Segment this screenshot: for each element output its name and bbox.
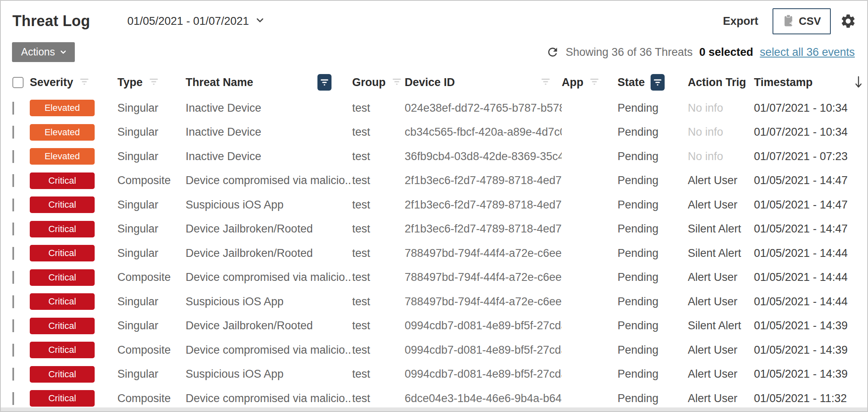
filter-icon[interactable] — [391, 76, 402, 89]
type-cell: Singular — [117, 126, 186, 139]
severity-badge: Critical — [30, 221, 95, 237]
date-range-selector[interactable]: 01/05/2021 - 01/07/2021 — [127, 15, 265, 28]
severity-badge: Elevated — [30, 148, 95, 165]
filter-active-icon[interactable] — [651, 74, 665, 91]
device-id-cell: 2f1b3ec6-f2d7-4789-8718-4ed7f.. — [405, 199, 562, 211]
row-checkbox[interactable] — [12, 271, 14, 284]
column-header-action-triggered[interactable]: Action Trig — [688, 76, 754, 89]
column-header-app[interactable]: App — [562, 76, 618, 89]
bottom-edge-strip — [1, 407, 867, 411]
column-header-timestamp[interactable]: Timestamp — [754, 76, 853, 89]
table-row[interactable]: Critical Composite Device compromised vi… — [1, 338, 867, 362]
table-body: Elevated Singular Inactive Device test 0… — [1, 96, 867, 407]
table-row[interactable]: Elevated Singular Inactive Device test 3… — [1, 144, 867, 169]
row-checkbox[interactable] — [12, 247, 14, 260]
column-header-group[interactable]: Group — [352, 76, 405, 89]
state-cell: Pending — [618, 368, 688, 381]
date-range-value: 01/05/2021 - 01/07/2021 — [127, 15, 249, 28]
row-checkbox[interactable] — [12, 223, 14, 235]
timestamp-cell: 01/05/2021 - 14:39 — [754, 344, 853, 357]
table-row[interactable]: Critical Composite Device compromised vi… — [1, 266, 867, 290]
top-bar: Threat Log 01/05/2021 - 01/07/2021 Expor… — [1, 7, 867, 35]
column-header-threat-name[interactable]: Threat Name — [186, 74, 352, 91]
actions-button[interactable]: Actions — [12, 42, 75, 62]
severity-badge: Critical — [30, 366, 95, 383]
row-checkbox[interactable] — [12, 102, 14, 115]
table-row[interactable]: Elevated Singular Inactive Device test 0… — [1, 96, 867, 120]
selected-count-text: 0 selected — [699, 46, 754, 59]
threat-name-cell: Device Jailbroken/Rooted — [186, 319, 352, 332]
table-row[interactable]: Critical Singular Suspicious iOS App tes… — [1, 362, 867, 387]
row-checkbox[interactable] — [12, 319, 14, 332]
row-checkbox[interactable] — [12, 368, 14, 381]
select-all-checkbox[interactable] — [12, 77, 24, 88]
column-header-type[interactable]: Type — [117, 76, 186, 89]
actions-button-label: Actions — [21, 46, 55, 58]
row-checkbox[interactable] — [12, 126, 14, 139]
export-label: Export — [723, 15, 758, 28]
threat-name-cell: Inactive Device — [186, 102, 352, 115]
state-cell: Pending — [618, 199, 688, 211]
page-title: Threat Log — [12, 12, 90, 30]
group-cell: test — [352, 271, 405, 284]
device-id-cell: 36fb9cb4-03d8-42de-8369-35c4.. — [405, 150, 562, 163]
refresh-icon[interactable] — [546, 46, 559, 59]
group-cell: test — [352, 199, 405, 211]
type-cell: Singular — [117, 319, 186, 332]
timestamp-cell: 01/05/2021 - 14:47 — [754, 223, 853, 235]
table-row[interactable]: Elevated Singular Inactive Device test c… — [1, 120, 867, 145]
action-triggered-cell: Alert User — [688, 344, 754, 357]
filter-icon[interactable] — [148, 76, 159, 89]
column-header-device-id[interactable]: Device ID — [405, 76, 562, 89]
action-triggered-cell: Alert User — [688, 271, 754, 284]
column-header-state[interactable]: State — [618, 74, 688, 91]
filter-active-icon[interactable] — [317, 74, 331, 91]
settings-gear-icon[interactable] — [840, 13, 856, 29]
state-cell: Pending — [618, 344, 688, 357]
select-all-link[interactable]: select all 36 events — [760, 46, 855, 59]
type-cell: Composite — [117, 174, 186, 187]
threat-name-cell: Inactive Device — [186, 150, 352, 163]
filter-icon[interactable] — [79, 76, 90, 89]
state-cell: Pending — [618, 319, 688, 332]
table-row[interactable]: Critical Singular Device Jailbroken/Root… — [1, 241, 867, 266]
severity-badge: Critical — [30, 390, 95, 407]
type-cell: Composite — [117, 392, 186, 405]
column-header-severity[interactable]: Severity — [30, 76, 117, 89]
group-cell: test — [352, 126, 405, 139]
group-cell: test — [352, 247, 405, 260]
table-row[interactable]: Critical Singular Suspicious iOS App tes… — [1, 193, 867, 217]
type-cell: Singular — [117, 368, 186, 381]
threat-name-cell: Inactive Device — [186, 126, 352, 139]
state-cell: Pending — [618, 271, 688, 284]
table-row[interactable]: Critical Singular Device Jailbroken/Root… — [1, 314, 867, 338]
table-row[interactable]: Critical Composite Device compromised vi… — [1, 169, 867, 193]
threat-name-cell: Suspicious iOS App — [186, 199, 352, 211]
sort-descending-icon[interactable] — [853, 75, 868, 89]
group-cell: test — [352, 392, 405, 405]
group-cell: test — [352, 150, 405, 163]
group-cell: test — [352, 344, 405, 357]
row-checkbox[interactable] — [12, 344, 14, 357]
table-row[interactable]: Critical Singular Device Jailbroken/Root… — [1, 217, 867, 242]
table-row[interactable]: Critical Singular Suspicious iOS App tes… — [1, 290, 867, 314]
row-checkbox[interactable] — [12, 174, 14, 187]
action-triggered-cell: Alert User — [688, 199, 754, 211]
threat-name-cell: Suspicious iOS App — [186, 368, 352, 381]
filter-icon[interactable] — [540, 76, 551, 89]
timestamp-cell: 01/07/2021 - 07:23 — [754, 150, 853, 163]
row-checkbox[interactable] — [12, 150, 14, 163]
row-checkbox[interactable] — [12, 199, 14, 211]
group-cell: test — [352, 223, 405, 235]
row-checkbox[interactable] — [12, 392, 14, 405]
row-checkbox[interactable] — [12, 295, 14, 308]
state-cell: Pending — [618, 150, 688, 163]
group-cell: test — [352, 295, 405, 308]
threat-log-page: Threat Log 01/05/2021 - 01/07/2021 Expor… — [0, 0, 868, 412]
table-row[interactable]: Critical Composite Device compromised vi… — [1, 386, 867, 407]
filter-icon[interactable] — [589, 76, 600, 89]
export-csv-button[interactable]: CSV — [773, 8, 831, 34]
group-cell: test — [352, 174, 405, 187]
action-triggered-cell: Silent Alert — [688, 319, 754, 332]
device-id-cell: 2f1b3ec6-f2d7-4789-8718-4ed7f.. — [405, 174, 562, 187]
